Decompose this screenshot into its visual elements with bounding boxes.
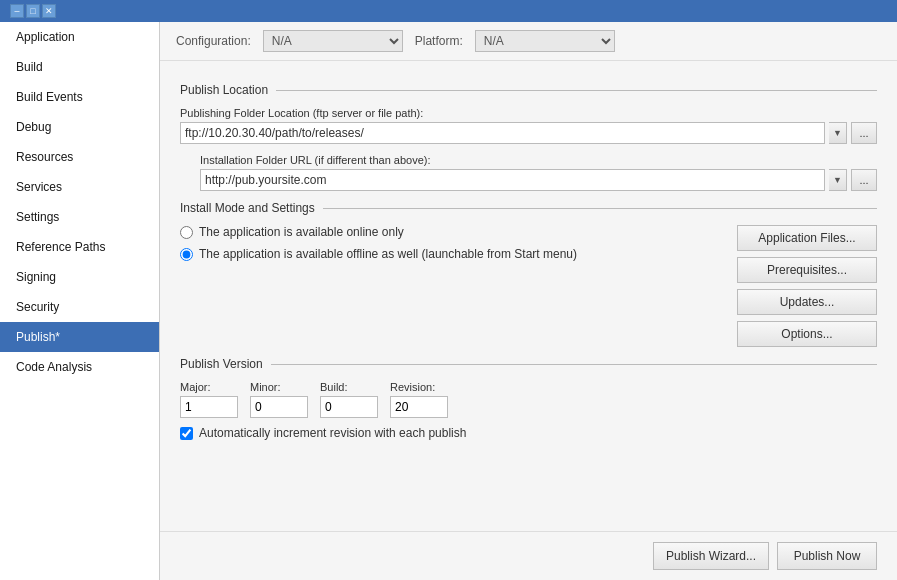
major-label: Major: bbox=[180, 381, 238, 393]
install-mode-content: The application is available online only… bbox=[180, 225, 877, 347]
section-divider bbox=[276, 90, 877, 91]
folder-location-row: ▼ ... bbox=[180, 122, 877, 144]
install-url-dropdown-icon[interactable]: ▼ bbox=[829, 169, 847, 191]
publish-wizard-button[interactable]: Publish Wizard... bbox=[653, 542, 769, 570]
sidebar-item-build-events[interactable]: Build Events bbox=[0, 82, 159, 112]
minor-input[interactable] bbox=[250, 396, 308, 418]
prerequisites-button[interactable]: Prerequisites... bbox=[737, 257, 877, 283]
sidebar: Application Build Build Events Debug Res… bbox=[0, 22, 160, 580]
build-input[interactable] bbox=[320, 396, 378, 418]
sidebar-item-reference-paths[interactable]: Reference Paths bbox=[0, 232, 159, 262]
publish-version-divider bbox=[271, 364, 877, 365]
publish-version-title: Publish Version bbox=[180, 357, 263, 371]
sidebar-item-signing[interactable]: Signing bbox=[0, 262, 159, 292]
build-label: Build: bbox=[320, 381, 378, 393]
sidebar-item-security[interactable]: Security bbox=[0, 292, 159, 322]
radio-online-only-label: The application is available online only bbox=[199, 225, 404, 239]
action-buttons-col: Application Files... Prerequisites... Up… bbox=[737, 225, 877, 347]
close-button[interactable]: ✕ bbox=[42, 4, 56, 18]
revision-field: Revision: bbox=[390, 381, 448, 418]
sidebar-item-publish[interactable]: Publish* bbox=[0, 322, 159, 352]
sidebar-item-resources[interactable]: Resources bbox=[0, 142, 159, 172]
minor-field: Minor: bbox=[250, 381, 308, 418]
updates-button[interactable]: Updates... bbox=[737, 289, 877, 315]
app-files-button[interactable]: Application Files... bbox=[737, 225, 877, 251]
folder-location-label: Publishing Folder Location (ftp server o… bbox=[180, 107, 877, 119]
publish-now-button[interactable]: Publish Now bbox=[777, 542, 877, 570]
install-url-label: Installation Folder URL (if different th… bbox=[200, 154, 877, 166]
folder-dropdown-icon[interactable]: ▼ bbox=[829, 122, 847, 144]
minor-label: Minor: bbox=[250, 381, 308, 393]
configuration-select[interactable]: N/A bbox=[263, 30, 403, 52]
radio-offline[interactable] bbox=[180, 248, 193, 261]
auto-increment-label: Automatically increment revision with ea… bbox=[199, 426, 466, 440]
minimize-button[interactable]: – bbox=[10, 4, 24, 18]
sidebar-item-code-analysis[interactable]: Code Analysis bbox=[0, 352, 159, 382]
window-controls[interactable]: – □ ✕ bbox=[10, 4, 56, 18]
install-url-input[interactable] bbox=[200, 169, 825, 191]
sidebar-item-debug[interactable]: Debug bbox=[0, 112, 159, 142]
folder-location-group: Publishing Folder Location (ftp server o… bbox=[180, 107, 877, 144]
title-bar: – □ ✕ bbox=[0, 0, 897, 22]
radio-offline-row: The application is available offline as … bbox=[180, 247, 717, 261]
options-button[interactable]: Options... bbox=[737, 321, 877, 347]
major-field: Major: bbox=[180, 381, 238, 418]
sidebar-item-services[interactable]: Services bbox=[0, 172, 159, 202]
sidebar-item-application[interactable]: Application bbox=[0, 22, 159, 52]
platform-label: Platform: bbox=[415, 34, 463, 48]
revision-input[interactable] bbox=[390, 396, 448, 418]
install-mode-header: Install Mode and Settings bbox=[180, 201, 877, 215]
content-area: Configuration: N/A Platform: N/A Publish… bbox=[160, 22, 897, 580]
revision-label: Revision: bbox=[390, 381, 448, 393]
radio-options-col: The application is available online only… bbox=[180, 225, 717, 347]
folder-browse-button[interactable]: ... bbox=[851, 122, 877, 144]
auto-increment-row: Automatically increment revision with ea… bbox=[180, 426, 877, 440]
restore-button[interactable]: □ bbox=[26, 4, 40, 18]
publish-location-title: Publish Location bbox=[180, 83, 268, 97]
sidebar-item-build[interactable]: Build bbox=[0, 52, 159, 82]
sidebar-item-settings[interactable]: Settings bbox=[0, 202, 159, 232]
install-mode-title: Install Mode and Settings bbox=[180, 201, 315, 215]
install-url-row: ▼ ... bbox=[200, 169, 877, 191]
install-url-group: Installation Folder URL (if different th… bbox=[200, 154, 877, 191]
radio-online-only[interactable] bbox=[180, 226, 193, 239]
bottom-bar: Publish Wizard... Publish Now bbox=[160, 531, 897, 580]
radio-offline-label: The application is available offline as … bbox=[199, 247, 577, 261]
folder-location-input[interactable] bbox=[180, 122, 825, 144]
config-bar: Configuration: N/A Platform: N/A bbox=[160, 22, 897, 61]
main-container: Application Build Build Events Debug Res… bbox=[0, 22, 897, 580]
configuration-label: Configuration: bbox=[176, 34, 251, 48]
radio-online-only-row: The application is available online only bbox=[180, 225, 717, 239]
publish-location-header: Publish Location bbox=[180, 83, 877, 97]
version-fields: Major: Minor: Build: Revision: bbox=[180, 381, 877, 418]
install-mode-divider bbox=[323, 208, 877, 209]
platform-select[interactable]: N/A bbox=[475, 30, 615, 52]
publish-version-header: Publish Version bbox=[180, 357, 877, 371]
form-content: Publish Location Publishing Folder Locat… bbox=[160, 61, 897, 531]
build-field: Build: bbox=[320, 381, 378, 418]
auto-increment-checkbox[interactable] bbox=[180, 427, 193, 440]
major-input[interactable] bbox=[180, 396, 238, 418]
install-url-browse-button[interactable]: ... bbox=[851, 169, 877, 191]
